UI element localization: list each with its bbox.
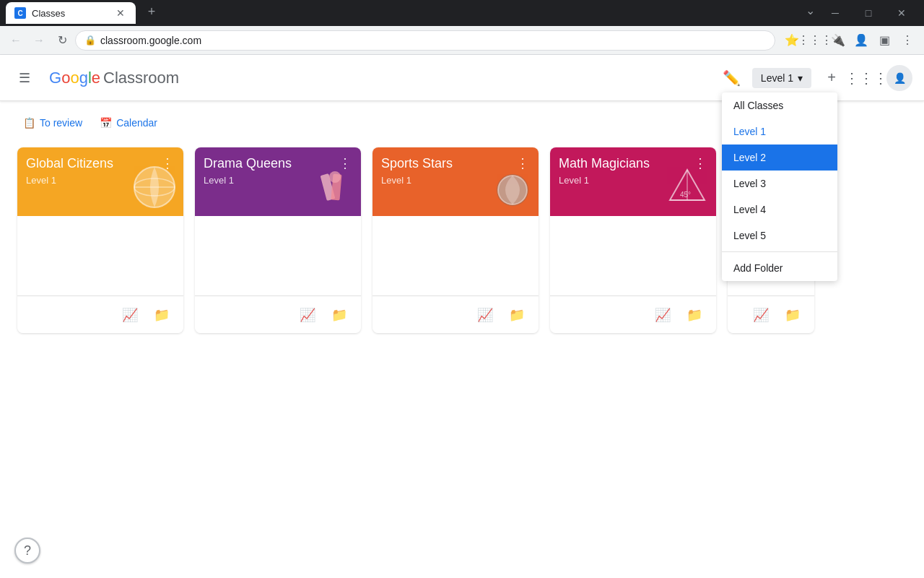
- card-header-global-citizens[interactable]: Global Citizens Level 1 ⋮: [17, 147, 183, 216]
- dropdown-divider: [722, 251, 837, 252]
- help-icon: ?: [24, 543, 31, 558]
- trend-button-3[interactable]: 📈: [650, 302, 676, 328]
- card-footer-4: 📈 📁: [728, 296, 814, 333]
- to-review-label: To review: [40, 117, 82, 129]
- clipboard-icon: 📋: [23, 117, 35, 129]
- level-dropdown-button[interactable]: Level 1 ▾: [752, 68, 811, 88]
- restore-button[interactable]: □: [852, 1, 885, 25]
- dropdown-item-level5[interactable]: Level 5: [722, 223, 837, 249]
- hamburger-menu[interactable]: ☰: [12, 65, 38, 91]
- lock-icon: 🔒: [84, 35, 96, 46]
- minimize-button[interactable]: ─: [819, 1, 852, 25]
- card-footer-2: 📈 📁: [372, 296, 539, 333]
- logo-g: G: [49, 69, 61, 87]
- forward-button[interactable]: →: [29, 30, 49, 51]
- tab-favicon: C: [14, 7, 26, 19]
- edit-button[interactable]: ✏️: [718, 64, 746, 92]
- address-bar[interactable]: 🔒 classroom.google.com: [75, 30, 775, 51]
- trend-button-1[interactable]: 📈: [295, 302, 321, 328]
- card-body-3: [550, 216, 716, 296]
- class-card-drama-queens: Drama Queens Level 1 ⋮ 📈 📁: [195, 147, 361, 333]
- tab-list-button[interactable]: ⌄: [801, 1, 819, 19]
- card-header-drama-queens[interactable]: Drama Queens Level 1 ⋮: [195, 147, 361, 216]
- more-button[interactable]: ⋮: [897, 30, 918, 51]
- logo-g2: g: [79, 69, 88, 87]
- logo-o2: o: [70, 69, 79, 87]
- card-footer-3: 📈 📁: [550, 296, 716, 333]
- new-tab-button[interactable]: +: [141, 1, 162, 22]
- card-footer-0: 📈 📁: [17, 296, 183, 333]
- card-header-sports-stars[interactable]: Sports Stars Level 1 ⋮: [372, 147, 539, 216]
- logo-e: e: [92, 69, 100, 87]
- reload-button[interactable]: ↻: [52, 30, 72, 51]
- app-header: ☰ G o o g l e Classroom ✏️ Level 1 ▾ + ⋮…: [0, 55, 924, 101]
- card-header-math-magicians[interactable]: Math Magicians Level 1 ⋮ 45°: [550, 147, 716, 216]
- url-text: classroom.google.com: [100, 35, 201, 46]
- classroom-label: Classroom: [103, 69, 179, 87]
- extension-button[interactable]: 🔌: [827, 30, 849, 51]
- dropdown-item-level2[interactable]: Level 2: [722, 144, 837, 171]
- back-button[interactable]: ←: [6, 30, 26, 51]
- trend-button-0[interactable]: 📈: [117, 302, 143, 328]
- card-illustration-sports: [487, 164, 533, 210]
- google-apps-button[interactable]: ⋮⋮⋮: [804, 30, 826, 51]
- toolbar-right: ⭐ ⋮⋮⋮ 🔌 👤 ▣ ⋮: [781, 30, 918, 51]
- grid-apps-button[interactable]: ⋮⋮⋮: [852, 64, 881, 92]
- card-body-1: [195, 216, 361, 296]
- account-button[interactable]: 👤: [886, 65, 912, 91]
- calendar-label: Calendar: [116, 117, 157, 129]
- google-logo: G o o g l e Classroom: [49, 69, 179, 87]
- dropdown-item-level1[interactable]: Level 1: [722, 118, 837, 144]
- class-card-math-magicians: Math Magicians Level 1 ⋮ 45° 📈: [550, 147, 716, 333]
- address-bar-row: ← → ↻ 🔒 classroom.google.com ⭐ ⋮⋮⋮ 🔌 👤 ▣…: [0, 26, 924, 55]
- profile-button[interactable]: 👤: [850, 30, 872, 51]
- folder-button-3[interactable]: 📁: [681, 302, 707, 328]
- folder-button-0[interactable]: 📁: [149, 302, 175, 328]
- trend-button-2[interactable]: 📈: [472, 302, 498, 328]
- level-button-label: Level 1: [761, 72, 793, 84]
- level-chevron-icon: ▾: [798, 72, 803, 84]
- sidebar-button[interactable]: ▣: [873, 30, 895, 51]
- class-card-sports-stars: Sports Stars Level 1 ⋮ 📈 📁: [372, 147, 539, 333]
- folder-button-1[interactable]: 📁: [326, 302, 352, 328]
- help-button[interactable]: ?: [14, 538, 40, 564]
- dropdown-item-level4[interactable]: Level 4: [722, 197, 837, 223]
- tab-close-button[interactable]: ✕: [114, 7, 127, 20]
- title-bar: C Classes ✕ + ⌄ ─ □ ✕: [0, 0, 924, 26]
- svg-text:45°: 45°: [680, 191, 691, 199]
- tab-label: Classes: [32, 8, 65, 19]
- active-tab[interactable]: C Classes ✕: [6, 2, 136, 24]
- svg-point-6: [329, 171, 341, 183]
- class-card-global-citizens: Global Citizens Level 1 ⋮: [17, 147, 183, 333]
- trend-button-4[interactable]: 📈: [748, 302, 774, 328]
- calendar-link[interactable]: 📅 Calendar: [94, 113, 163, 133]
- to-review-link[interactable]: 📋 To review: [17, 113, 88, 133]
- level-dropdown-menu: All Classes Level 1 Level 2 Level 3 Leve…: [722, 92, 837, 281]
- dropdown-item-level3[interactable]: Level 3: [722, 171, 837, 197]
- logo-o1: o: [61, 69, 70, 87]
- add-button[interactable]: +: [817, 64, 846, 92]
- close-button[interactable]: ✕: [885, 1, 918, 25]
- add-folder-button[interactable]: Add Folder: [722, 255, 837, 281]
- calendar-icon: 📅: [100, 117, 112, 129]
- card-illustration-globe: [131, 164, 178, 210]
- folder-button-2[interactable]: 📁: [504, 302, 530, 328]
- folder-button-4[interactable]: 📁: [780, 302, 806, 328]
- header-right: ✏️ Level 1 ▾ + ⋮⋮⋮ 👤: [718, 64, 912, 92]
- card-illustration-drama: [309, 164, 355, 210]
- browser-window: C Classes ✕ + ⌄ ─ □ ✕ ← → ↻ 🔒 classroom.…: [0, 0, 924, 578]
- card-footer-1: 📈 📁: [195, 296, 361, 333]
- card-illustration-math: 45°: [664, 164, 710, 210]
- card-body-0: [17, 216, 183, 296]
- card-body-2: [372, 216, 539, 296]
- dropdown-item-all-classes[interactable]: All Classes: [722, 92, 837, 118]
